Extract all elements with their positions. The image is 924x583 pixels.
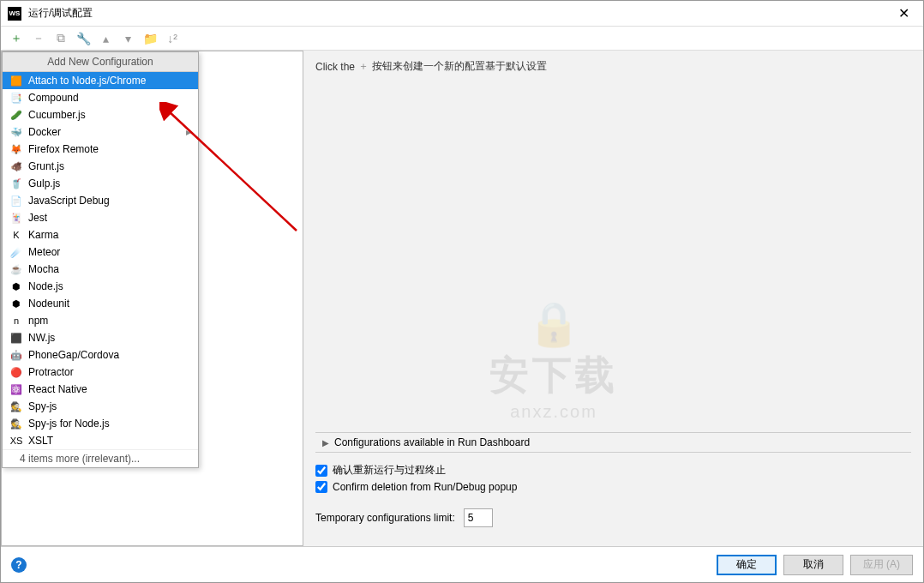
left-panel: Add New Configuration 🟧Attach to Node.js… [1, 51, 303, 546]
config-icon: ☕ [9, 262, 23, 276]
config-type-xslt[interactable]: XSXSLT [3, 432, 198, 449]
config-type-jest[interactable]: 🃏Jest [3, 209, 198, 226]
down-icon[interactable]: ▾ [119, 30, 136, 47]
config-icon: 🔴 [9, 365, 23, 379]
config-type-nodeunit[interactable]: ⬢Nodeunit [3, 295, 198, 312]
help-icon[interactable]: ? [11, 557, 27, 573]
remove-icon[interactable]: － [30, 30, 47, 47]
check-confirm-delete-box[interactable] [315, 481, 327, 493]
config-type-docker[interactable]: 🐳Docker▸ [3, 123, 198, 141]
add-icon[interactable]: ＋ [8, 30, 25, 47]
config-type-karma[interactable]: KKarma [3, 226, 198, 243]
config-type-compound[interactable]: 📑Compound [3, 89, 198, 106]
config-label: React Native [28, 383, 87, 395]
config-label: Spy-js for Node.js [28, 418, 110, 430]
config-type-meteor[interactable]: ☄️Meteor [3, 243, 198, 261]
copy-icon[interactable]: ⧉ [52, 30, 69, 47]
config-type-firefox-remote[interactable]: 🦊Firefox Remote [3, 141, 198, 158]
cancel-button[interactable]: 取消 [783, 555, 843, 575]
check-rerun-box[interactable] [315, 465, 327, 477]
config-icon: 📄 [9, 194, 23, 207]
config-icon: 🥤 [9, 177, 23, 190]
config-type-attach-to-node-js-chrome[interactable]: 🟧Attach to Node.js/Chrome [3, 72, 198, 89]
limit-row: Temporary configurations limit: [315, 503, 911, 538]
plus-inline-icon: ＋ [358, 59, 369, 74]
config-label: Jest [28, 212, 47, 224]
right-panel: Click the ＋ 按钮来创建一个新的配置基于默认设置 ▶ Configur… [303, 51, 923, 546]
config-icon: ☄️ [9, 245, 23, 259]
config-type-javascript-debug[interactable]: 📄JavaScript Debug [3, 192, 198, 209]
config-type-gulp-js[interactable]: 🥤Gulp.js [3, 175, 198, 192]
config-tree[interactable]: Add New Configuration 🟧Attach to Node.js… [2, 51, 303, 545]
hint-prefix: Click the [315, 61, 355, 73]
config-icon: 🕵️ [9, 417, 23, 430]
check-confirm-delete[interactable]: Confirm deletion from Run/Debug popup [315, 479, 911, 495]
up-icon[interactable]: ▴ [97, 30, 114, 47]
config-type-protractor[interactable]: 🔴Protractor [3, 364, 198, 381]
toolbar: ＋ － ⧉ 🔧 ▴ ▾ 📁 ↓² [1, 27, 923, 51]
config-label: Karma [28, 229, 58, 241]
config-type-nw-js[interactable]: ⬛NW.js [3, 329, 198, 346]
config-label: Node.js [28, 280, 63, 292]
limit-label: Temporary configurations limit: [315, 512, 455, 524]
titlebar: WS 运行/调试配置 ✕ [1, 1, 923, 27]
config-label: NW.js [28, 332, 55, 344]
config-type-grunt-js[interactable]: 🐗Grunt.js [3, 158, 198, 175]
dropdown-more[interactable]: 4 items more (irrelevant)... [3, 449, 198, 467]
config-label: Grunt.js [28, 160, 64, 172]
section-title: Configurations available in Run Dashboar… [334, 436, 530, 448]
config-type-phonegap-cordova[interactable]: 🤖PhoneGap/Cordova [3, 346, 198, 364]
config-icon: ⬢ [9, 279, 23, 293]
config-type-npm[interactable]: nnpm [3, 312, 198, 329]
config-label: Cucumber.js [28, 109, 86, 121]
config-type-react-native[interactable]: ⚛️React Native [3, 381, 198, 398]
config-label: Nodeunit [28, 298, 69, 310]
config-icon: 🥒 [9, 108, 23, 122]
dialog-window: WS 运行/调试配置 ✕ ＋ － ⧉ 🔧 ▴ ▾ 📁 ↓² Add New Co… [0, 0, 924, 583]
config-type-node-js[interactable]: ⬢Node.js [3, 278, 198, 295]
config-icon: 🐗 [9, 159, 23, 173]
check-confirm-delete-label: Confirm deletion from Run/Debug popup [333, 481, 517, 493]
wrench-icon[interactable]: 🔧 [75, 30, 92, 47]
config-type-mocha[interactable]: ☕Mocha [3, 261, 198, 278]
config-icon: ⬛ [9, 331, 23, 345]
config-icon: ⬢ [9, 297, 23, 310]
config-icon: 🕵️ [9, 400, 23, 413]
app-icon: WS [8, 7, 21, 21]
config-label: Compound [28, 92, 79, 104]
window-title: 运行/调试配置 [28, 6, 93, 21]
config-type-cucumber-js[interactable]: 🥒Cucumber.js [3, 106, 198, 123]
config-label: Protractor [28, 366, 74, 378]
footer: ? 确定 取消 应用 (A) [1, 546, 923, 582]
ok-button[interactable]: 确定 [717, 555, 777, 575]
submenu-arrow-icon: ▸ [186, 126, 191, 138]
limit-input[interactable] [464, 508, 493, 527]
close-button[interactable]: ✕ [885, 1, 923, 26]
config-label: Docker [28, 126, 61, 138]
config-label: Attach to Node.js/Chrome [28, 75, 146, 87]
config-icon: 🦊 [9, 142, 23, 156]
config-icon: 🐳 [9, 125, 23, 139]
config-type-spy-js[interactable]: 🕵️Spy-js [3, 398, 198, 415]
expand-icon: ▶ [322, 438, 329, 448]
config-type-spy-js-for-node-js[interactable]: 🕵️Spy-js for Node.js [3, 415, 198, 432]
apply-button[interactable]: 应用 (A) [850, 555, 913, 575]
config-label: npm [28, 315, 48, 327]
config-label: Mocha [28, 263, 59, 275]
folder-icon[interactable]: 📁 [141, 30, 159, 47]
hint-suffix: 按钮来创建一个新的配置基于默认设置 [372, 59, 547, 74]
config-icon: n [9, 314, 23, 328]
config-label: JavaScript Debug [28, 195, 110, 207]
config-icon: ⚛️ [9, 382, 23, 396]
dropdown-header: Add New Configuration [3, 52, 198, 72]
hint-text: Click the ＋ 按钮来创建一个新的配置基于默认设置 [315, 59, 911, 74]
check-rerun[interactable]: 确认重新运行与过程终止 [315, 461, 911, 479]
content-area: Add New Configuration 🟧Attach to Node.js… [1, 51, 923, 546]
config-icon: XS [9, 434, 23, 448]
check-rerun-label: 确认重新运行与过程终止 [333, 463, 446, 478]
sort-icon[interactable]: ↓² [164, 30, 181, 47]
config-icon: 🟧 [9, 74, 23, 87]
config-label: Firefox Remote [28, 143, 99, 155]
dashboard-section[interactable]: ▶ Configurations available in Run Dashbo… [315, 432, 911, 453]
config-icon: 🃏 [9, 211, 23, 225]
